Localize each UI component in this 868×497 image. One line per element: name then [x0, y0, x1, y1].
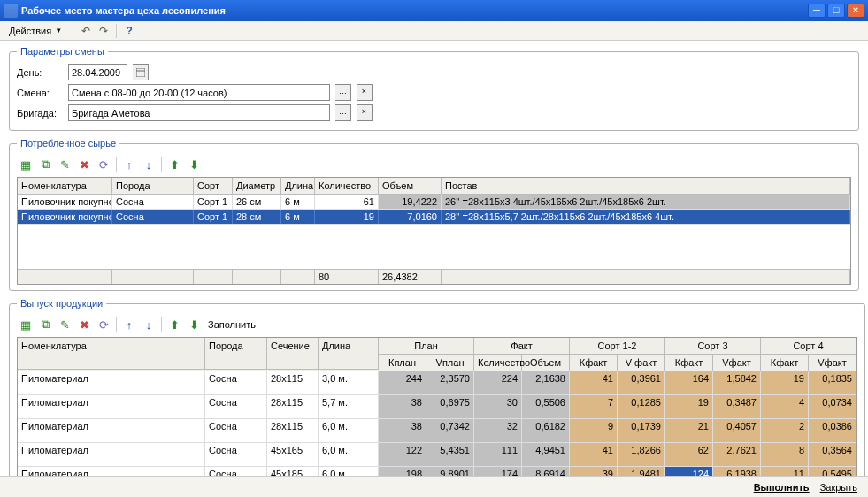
table-row[interactable]: ПиломатериалСосна28x1153,0 м.2442,357022… [18, 371, 856, 395]
col-header[interactable]: План [379, 338, 474, 355]
col-header[interactable]: Сорт [194, 178, 233, 194]
day-label: День: [17, 67, 63, 78]
brigade-select-button[interactable]: … [335, 104, 351, 121]
day-field[interactable] [68, 64, 127, 80]
copy-row-icon[interactable]: ⧉ [36, 156, 54, 173]
table-row[interactable]: ПиломатериалСосна28x1155,7 м.380,6975300… [18, 395, 856, 419]
delete-row-icon[interactable]: ✖ [75, 156, 93, 173]
col-subheader[interactable]: Кплан [379, 355, 426, 371]
col-header[interactable]: Объем [379, 178, 442, 194]
add-row-icon[interactable]: ▦ [17, 156, 35, 173]
sort-asc-icon[interactable]: ⬆ [165, 316, 183, 333]
brigade-label: Бригада: [17, 108, 63, 119]
window-title: Рабочее место мастера цеха лесопиления [21, 5, 808, 16]
output-group: Выпуск продукции ▦ ⧉ ✎ ✖ ⟳ ↑ ↓ ⬆ ⬇ Запол… [9, 298, 865, 497]
fill-button[interactable]: Заполнить [204, 317, 259, 332]
col-subheader[interactable]: Vфакт [713, 355, 761, 371]
menubar: Действия▼ ↶ ↷ ? [0, 21, 868, 41]
execute-button[interactable]: Выполнить [754, 482, 810, 493]
undo-icon[interactable]: ↶ [79, 24, 93, 38]
col-header[interactable]: Сорт 3 [665, 338, 761, 355]
actions-menu[interactable]: Действия▼ [4, 24, 67, 38]
shift-select-button[interactable]: … [335, 84, 351, 101]
svg-rect-0 [136, 68, 145, 77]
help-icon[interactable]: ? [122, 24, 136, 38]
foot-vol: 26,4382 [379, 270, 442, 284]
col-subheader[interactable]: Кфакт [570, 355, 618, 371]
col-header[interactable]: Длина [281, 178, 315, 194]
titlebar: Рабочее место мастера цеха лесопиления ─… [0, 0, 868, 21]
col-header[interactable]: Номенклатура [18, 338, 205, 370]
col-subheader[interactable]: Vфакт [809, 355, 856, 371]
sort-desc-icon[interactable]: ⬇ [185, 316, 203, 333]
close-button[interactable]: × [847, 4, 864, 18]
consumed-legend: Потребленное сырье [17, 138, 119, 149]
col-header[interactable]: Факт [474, 338, 570, 355]
col-subheader[interactable]: Кфакт [761, 355, 809, 371]
redo-icon[interactable]: ↷ [96, 24, 111, 38]
col-header[interactable]: Номенклатура [18, 178, 112, 194]
app-icon [4, 4, 18, 18]
output-grid[interactable]: Номенклатура Порода Сечение Длина План Ф… [17, 337, 857, 497]
brigade-field[interactable] [68, 104, 330, 121]
maximize-button[interactable]: □ [827, 4, 845, 18]
shift-label: Смена: [17, 88, 63, 98]
shift-params-legend: Параметры смены [17, 46, 108, 57]
close-link[interactable]: Закрыть [820, 482, 857, 493]
shift-params-group: Параметры смены День: Смена: … × Бригада… [9, 46, 859, 131]
delete-row-icon[interactable]: ✖ [75, 316, 93, 333]
table-row[interactable]: ПиломатериалСосна45x1656,0 м.1225,435111… [18, 443, 856, 467]
sort-desc-icon[interactable]: ⬇ [185, 156, 203, 173]
move-up-icon[interactable]: ↑ [120, 156, 138, 173]
refresh-icon[interactable]: ⟳ [95, 156, 112, 173]
col-header[interactable]: Диаметр [233, 178, 281, 194]
col-subheader[interactable]: Количество [474, 355, 522, 371]
calendar-button[interactable] [133, 64, 149, 80]
consumed-grid[interactable]: Номенклатура Порода Сорт Диаметр Длина К… [17, 177, 851, 285]
output-toolbar: ▦ ⧉ ✎ ✖ ⟳ ↑ ↓ ⬆ ⬇ Заполнить [17, 316, 857, 333]
col-header[interactable]: Количество [315, 178, 379, 194]
copy-row-icon[interactable]: ⧉ [36, 316, 54, 333]
consumed-toolbar: ▦ ⧉ ✎ ✖ ⟳ ↑ ↓ ⬆ ⬇ [17, 156, 851, 173]
col-header[interactable]: Постав [442, 178, 850, 194]
move-up-icon[interactable]: ↑ [120, 316, 138, 333]
edit-row-icon[interactable]: ✎ [56, 156, 73, 173]
col-header[interactable]: Сорт 1-2 [570, 338, 665, 355]
edit-row-icon[interactable]: ✎ [56, 316, 73, 333]
table-row[interactable]: Пиловочник покупной Сосна Сорт 1 28 см 6… [18, 210, 850, 225]
refresh-icon[interactable]: ⟳ [95, 316, 112, 333]
col-header[interactable]: Сорт 4 [761, 338, 856, 355]
shift-clear-button[interactable]: × [357, 84, 373, 101]
col-subheader[interactable]: Объем [522, 355, 570, 371]
col-subheader[interactable]: Кфакт [665, 355, 713, 371]
sort-asc-icon[interactable]: ⬆ [165, 156, 183, 173]
move-down-icon[interactable]: ↓ [140, 316, 157, 333]
move-down-icon[interactable]: ↓ [140, 156, 157, 173]
shift-field[interactable] [68, 84, 330, 101]
table-row[interactable]: ПиломатериалСосна28x1156,0 м.380,7342320… [18, 419, 856, 443]
output-legend: Выпуск продукции [17, 298, 106, 309]
consumed-group: Потребленное сырье ▦ ⧉ ✎ ✖ ⟳ ↑ ↓ ⬆ ⬇ Ном… [9, 138, 859, 291]
col-header[interactable]: Порода [205, 338, 267, 370]
col-header[interactable]: Порода [112, 178, 194, 194]
minimize-button[interactable]: ─ [808, 4, 826, 18]
col-subheader[interactable]: Vплан [426, 355, 474, 371]
col-header[interactable]: Длина [319, 338, 379, 370]
col-header[interactable]: Сечение [267, 338, 319, 370]
brigade-clear-button[interactable]: × [357, 104, 373, 121]
foot-qty: 80 [315, 270, 379, 284]
add-row-icon[interactable]: ▦ [17, 316, 35, 333]
table-row[interactable]: Пиловочник покупной Сосна Сорт 1 26 см 6… [18, 195, 850, 210]
col-subheader[interactable]: V факт [618, 355, 665, 371]
bottom-bar: Выполнить Закрыть [0, 476, 868, 497]
